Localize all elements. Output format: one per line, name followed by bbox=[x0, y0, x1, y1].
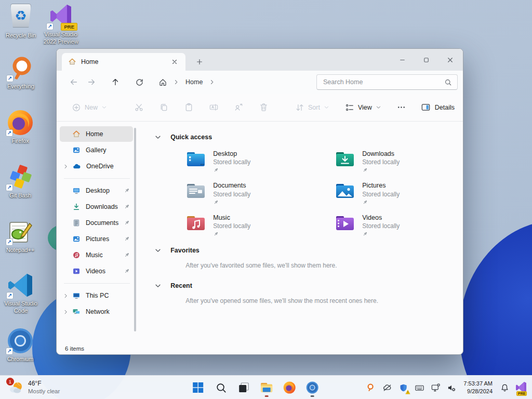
taskbar-chromium-button[interactable] bbox=[302, 377, 323, 398]
items-view: Quick access Desktop Stored locally bbox=[137, 122, 463, 342]
tab-home[interactable]: Home bbox=[62, 53, 185, 71]
expand-chevron-icon[interactable] bbox=[63, 309, 69, 315]
tray-visual-studio-icon[interactable]: PRE bbox=[514, 381, 528, 394]
up-button[interactable] bbox=[107, 74, 124, 90]
cut-button[interactable] bbox=[129, 98, 148, 117]
desktop-icon-chromium[interactable]: ↗ Chromium bbox=[0, 327, 41, 363]
tray-security-shield-icon[interactable] bbox=[397, 381, 409, 394]
sidebar-scrollbar[interactable] bbox=[134, 128, 136, 331]
downloads-arrow-icon bbox=[72, 203, 81, 211]
sidebar-item-onedrive[interactable]: OneDrive bbox=[60, 158, 133, 174]
tile-pictures[interactable]: Pictures Stored locally bbox=[335, 181, 463, 205]
desktop-icon-git-bash[interactable]: ↗ Git Bash bbox=[0, 164, 41, 200]
tray-everything-icon[interactable] bbox=[365, 381, 377, 394]
tray-network-icon[interactable] bbox=[429, 381, 442, 394]
taskbar-clock[interactable]: 7:53:37 AM 9/28/2024 bbox=[461, 380, 495, 395]
collapse-chevron-icon[interactable] bbox=[154, 282, 162, 289]
new-button[interactable]: New bbox=[67, 98, 112, 117]
details-button[interactable]: Details bbox=[421, 102, 455, 112]
minimize-button[interactable] bbox=[390, 49, 414, 71]
desktop-icon-visual-studio-2022-preview[interactable]: ↗ PRE Visual Studio 2022 Preview bbox=[41, 3, 81, 46]
sidebar-item-videos[interactable]: Videos bbox=[60, 263, 133, 279]
sidebar-item-network[interactable]: Network bbox=[60, 304, 133, 320]
weather-widget[interactable]: 1 46°F Mostly clear bbox=[4, 377, 64, 398]
share-icon bbox=[234, 102, 244, 112]
shortcut-arrow-icon: ↗ bbox=[6, 292, 14, 299]
collapse-chevron-icon[interactable] bbox=[154, 247, 162, 254]
shortcut-arrow-icon: ↗ bbox=[6, 348, 13, 355]
maximize-button[interactable] bbox=[414, 49, 438, 71]
taskbar-search-button[interactable] bbox=[210, 377, 231, 398]
navigation-bar: Home Search Home bbox=[57, 71, 463, 94]
desktop-icon-notepad-plus-plus[interactable]: ↗ Notepad++ bbox=[0, 218, 41, 254]
breadcrumb-item-home[interactable]: Home bbox=[182, 77, 206, 87]
tile-name: Music bbox=[213, 214, 250, 222]
more-button[interactable] bbox=[392, 98, 411, 117]
copy-button[interactable] bbox=[154, 98, 173, 117]
new-button-label: New bbox=[85, 104, 98, 111]
taskbar-firefox-button[interactable] bbox=[279, 377, 300, 398]
tile-music[interactable]: Music Stored locally bbox=[185, 214, 335, 237]
section-recent-header[interactable]: Recent bbox=[154, 280, 463, 292]
weather-condition: Mostly clear bbox=[28, 388, 60, 395]
tile-documents[interactable]: Documents Stored locally bbox=[185, 181, 335, 205]
everything-search-icon: ↗ bbox=[7, 55, 34, 82]
sidebar-item-pictures[interactable]: Pictures bbox=[60, 231, 133, 247]
share-button[interactable] bbox=[229, 98, 248, 117]
taskbar-file-explorer-button[interactable] bbox=[256, 377, 277, 398]
tile-videos[interactable]: Videos Stored locally bbox=[335, 214, 463, 237]
collapse-chevron-icon[interactable] bbox=[154, 134, 162, 141]
start-button[interactable] bbox=[188, 377, 208, 398]
desktop-icon-visual-studio-code[interactable]: ↗ Visual Studio Code bbox=[1, 272, 41, 315]
close-button[interactable] bbox=[438, 49, 462, 71]
sidebar-item-documents[interactable]: Documents bbox=[60, 215, 133, 231]
tab-close-button[interactable] bbox=[168, 55, 181, 69]
sidebar-item-home[interactable]: Home bbox=[60, 126, 133, 142]
task-view-button[interactable] bbox=[233, 377, 254, 398]
expand-chevron-icon[interactable] bbox=[63, 164, 69, 169]
sidebar-item-this-pc[interactable]: This PC bbox=[60, 288, 133, 303]
sidebar-item-music[interactable]: Music bbox=[60, 247, 133, 263]
sidebar-item-desktop[interactable]: Desktop bbox=[60, 183, 133, 198]
forward-button[interactable] bbox=[83, 74, 100, 90]
rename-button[interactable] bbox=[204, 98, 223, 117]
refresh-button[interactable] bbox=[130, 74, 148, 90]
breadcrumb-home-icon[interactable] bbox=[155, 74, 170, 90]
tile-desktop[interactable]: Desktop Stored locally bbox=[185, 150, 335, 173]
sidebar-item-label: OneDrive bbox=[86, 163, 114, 170]
desktop-icon-everything[interactable]: ↗ Everything bbox=[1, 55, 41, 90]
new-tab-button[interactable] bbox=[193, 55, 206, 69]
expand-chevron-icon[interactable] bbox=[63, 293, 69, 299]
sidebar-item-downloads[interactable]: Downloads bbox=[60, 199, 133, 215]
tray-touch-keyboard-icon[interactable] bbox=[413, 381, 425, 394]
notification-bell-icon[interactable] bbox=[498, 381, 511, 394]
section-favorites-header[interactable]: Favorites bbox=[154, 244, 463, 257]
sidebar-item-label: Gallery bbox=[86, 147, 107, 154]
network-icon bbox=[72, 308, 81, 316]
wallpaper-bloom-right bbox=[459, 220, 532, 399]
tray-volume-muted-icon[interactable] bbox=[445, 381, 458, 394]
sort-button[interactable]: Sort bbox=[290, 98, 334, 117]
rename-icon bbox=[209, 102, 219, 112]
desktop-icon-recycle-bin[interactable]: ♻ Recycle Bin bbox=[1, 3, 41, 39]
breadcrumb-chevron-icon[interactable] bbox=[209, 79, 215, 85]
tile-downloads[interactable]: Downloads Stored locally bbox=[335, 150, 463, 173]
desktop-icon-firefox[interactable]: ↗ Firefox bbox=[0, 109, 41, 145]
file-explorer-window: Home Home Search Home New bbox=[56, 48, 463, 355]
copy-icon bbox=[159, 102, 169, 112]
search-box[interactable]: Search Home bbox=[316, 74, 458, 90]
section-quick-access-header[interactable]: Quick access bbox=[154, 131, 463, 143]
chevron-down-icon bbox=[101, 104, 107, 110]
paste-button[interactable] bbox=[179, 98, 198, 117]
sidebar-item-label: This PC bbox=[86, 292, 109, 299]
onedrive-cloud-icon bbox=[72, 162, 81, 171]
view-button[interactable]: View bbox=[340, 98, 386, 117]
back-button[interactable] bbox=[65, 74, 83, 90]
view-icon bbox=[345, 103, 354, 112]
sidebar-item-label: Videos bbox=[86, 268, 105, 275]
weather-alert-badge: 1 bbox=[6, 378, 14, 385]
tray-onedrive-paused-icon[interactable] bbox=[381, 381, 393, 394]
delete-button[interactable] bbox=[254, 98, 273, 117]
sidebar-item-gallery[interactable]: Gallery bbox=[60, 142, 133, 158]
tile-name: Videos bbox=[362, 214, 400, 222]
